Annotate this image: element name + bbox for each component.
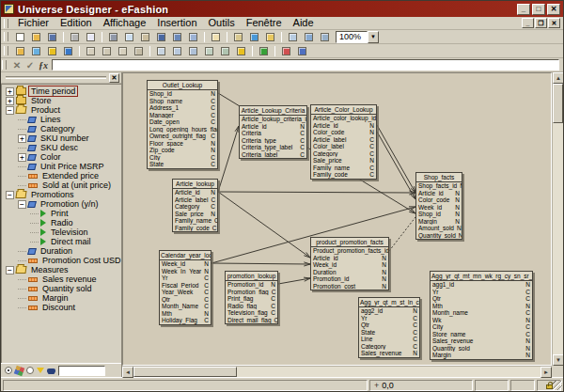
tree-item-quantity-sold[interactable]: Quantity sold xyxy=(2,284,121,293)
expand-icon[interactable]: + xyxy=(18,153,26,162)
table-column[interactable]: Article_idN xyxy=(173,189,217,196)
table-column[interactable]: Article_idN xyxy=(240,123,306,131)
scroll-right-icon[interactable]: ► xyxy=(540,367,552,378)
table-column[interactable]: StateC xyxy=(148,161,217,168)
table-column[interactable]: CityC xyxy=(148,154,217,162)
table-column[interactable]: CategoryC xyxy=(173,203,217,211)
table-column[interactable]: Article_lookup_criteria_idN xyxy=(240,116,306,123)
table-column[interactable]: Week_idN xyxy=(311,261,388,269)
table-column[interactable]: Sales_revenueN xyxy=(359,350,419,357)
table-column[interactable]: Shop_facts_idN xyxy=(416,182,462,190)
scroll-up-icon[interactable]: ▲ xyxy=(553,72,564,84)
table-article_color_lookup[interactable]: Article_Color_LookupArticle_color_lookup… xyxy=(310,104,377,180)
table-column[interactable]: Year_WeekC xyxy=(160,289,211,296)
tree-item-product[interactable]: −Product xyxy=(2,105,121,115)
join-line[interactable] xyxy=(218,192,415,193)
table-column[interactable]: Criteria_type_labelC xyxy=(240,144,306,151)
insert-context-icon[interactable] xyxy=(202,45,217,57)
table-column[interactable]: Zip_codeN xyxy=(148,147,217,154)
menu-edition[interactable]: Edition xyxy=(55,17,98,29)
table-column[interactable]: Sale_priceN xyxy=(311,157,376,165)
standard-toolbar-grip[interactable] xyxy=(4,32,8,41)
table-column[interactable]: Color_labelC xyxy=(311,143,376,150)
menu-fenetre[interactable]: Fenêtre xyxy=(241,17,288,29)
table-column[interactable]: Month_NameC xyxy=(160,303,211,310)
insert-universe-icon[interactable] xyxy=(61,45,76,57)
table-column[interactable]: Shop_nameC xyxy=(148,98,217,105)
menu-outils[interactable]: Outils xyxy=(203,17,241,29)
menubar-grip[interactable] xyxy=(4,19,8,28)
tree-item-margin[interactable]: Margin xyxy=(2,293,121,303)
vertical-scroll-thumb[interactable] xyxy=(553,84,563,123)
formula-fx-icon[interactable]: ƒx xyxy=(37,60,50,71)
horizontal-scrollbar[interactable]: ◄ ► xyxy=(122,366,552,377)
menu-insertion[interactable]: Insertion xyxy=(151,17,202,29)
table-column[interactable]: Floor_spaceN xyxy=(148,140,217,148)
expand-icon[interactable]: + xyxy=(6,87,14,96)
expand-icon[interactable]: + xyxy=(18,134,26,143)
join-line[interactable] xyxy=(389,217,415,251)
table-column[interactable]: Family_nameC xyxy=(173,217,217,225)
detect-joins-icon[interactable] xyxy=(170,45,185,57)
vertical-scrollbar[interactable]: ▲ ▼ xyxy=(552,72,563,366)
table-column[interactable]: Long_opening_hours_flagC xyxy=(148,126,217,133)
table-column[interactable]: Promotion_flagC xyxy=(226,289,277,296)
table-column[interactable]: Store_nameC xyxy=(431,331,532,338)
table-column[interactable]: QtrC xyxy=(160,296,211,304)
table-title[interactable]: Article_Color_Lookup xyxy=(311,105,376,115)
hierarchies-icon[interactable] xyxy=(234,45,249,57)
tree-item-category[interactable]: Category xyxy=(2,124,121,133)
table-column[interactable]: Television_flagC xyxy=(226,309,277,317)
insert-class-icon[interactable] xyxy=(13,45,28,57)
detect-contexts-icon[interactable] xyxy=(218,45,233,57)
table-product_promotion_facts[interactable]: product_promotion_factsProduct_promotion… xyxy=(310,237,389,290)
zoom-dropdown-arrow[interactable]: ▼ xyxy=(368,31,379,43)
table-title[interactable]: Agg_yr_qt_m_st_ln_ca_sr xyxy=(359,298,419,307)
find-icon[interactable] xyxy=(154,31,169,43)
tree-item-promotions[interactable]: −Promotions xyxy=(2,190,121,199)
table-column[interactable]: DurationN xyxy=(311,269,388,276)
tree-item-lines[interactable]: Lines xyxy=(2,115,121,124)
table-column[interactable]: MthN xyxy=(431,303,532,310)
mdi-minimize-button[interactable]: _ xyxy=(522,18,534,28)
table-column[interactable]: Family_nameC xyxy=(311,165,376,172)
table-column[interactable]: Sales_revenueN xyxy=(431,337,532,345)
resize-grip[interactable] xyxy=(553,381,562,390)
table-title[interactable]: promotion_lookup xyxy=(226,272,277,281)
table-title[interactable]: Outlet_Lookup xyxy=(148,81,217,90)
insert-object-icon[interactable] xyxy=(29,45,44,57)
collapse-icon[interactable]: − xyxy=(18,200,26,209)
table-column[interactable]: Sale_priceN xyxy=(173,211,217,218)
table-column[interactable]: agg2_idN xyxy=(359,307,419,315)
table-title[interactable]: Article_lookup xyxy=(173,180,217,189)
table-column[interactable]: Color_codeN xyxy=(311,129,376,136)
table-column[interactable]: Article_idN xyxy=(416,190,462,197)
table-column[interactable]: Article_labelC xyxy=(311,136,376,144)
tree-item-television[interactable]: Television xyxy=(2,227,121,237)
tree-item-measures[interactable]: −Measures xyxy=(2,265,121,274)
table-column[interactable]: LineC xyxy=(359,336,419,343)
table-column[interactable]: QtrC xyxy=(431,295,532,303)
zoom-combo[interactable]: 100% ▼ xyxy=(336,31,379,43)
table-column[interactable]: Shop_idN xyxy=(416,211,462,218)
table-column[interactable]: Week_In_YearN xyxy=(160,268,211,275)
table-column[interactable]: Direct_mail_flagC xyxy=(226,317,277,324)
detect-cardinalities-icon[interactable] xyxy=(186,45,201,57)
new-icon[interactable] xyxy=(13,31,28,43)
table-column[interactable]: Family_codeC xyxy=(311,171,376,179)
tree-item-print[interactable]: Print xyxy=(2,209,121,218)
table-column[interactable]: Family_codeC xyxy=(173,225,217,232)
formula-cancel-icon[interactable]: ✕ xyxy=(10,60,24,71)
table-article_lookup[interactable]: Article_lookupArticle_idNArticle_labelCC… xyxy=(172,179,218,232)
menu-aide[interactable]: Aide xyxy=(288,17,320,29)
formula-bar-grip[interactable] xyxy=(2,60,7,70)
insert-join-icon[interactable] xyxy=(154,45,169,57)
table-column[interactable]: Promotion_idN xyxy=(311,275,388,283)
parameters-icon[interactable] xyxy=(295,45,310,57)
join-line[interactable] xyxy=(218,192,310,258)
table-column[interactable]: Owned_outright_flagC xyxy=(148,133,217,140)
table-column[interactable]: MthN xyxy=(160,310,211,318)
window-structure-icon[interactable] xyxy=(286,31,301,43)
export-icon[interactable] xyxy=(263,31,278,43)
table-column[interactable]: StateC xyxy=(359,329,419,337)
